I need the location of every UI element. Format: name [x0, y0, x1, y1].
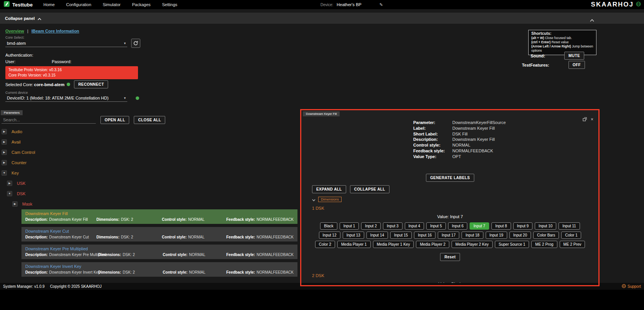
- core-select-dropdown[interactable]: bmd-atem ▾: [5, 39, 127, 47]
- option-button[interactable]: Input 17: [438, 232, 459, 239]
- tree-toggle-icon[interactable]: ▶: [2, 129, 7, 134]
- parameter-card[interactable]: Downstream Keyer Cut Description:Downstr…: [21, 227, 297, 241]
- option-button[interactable]: Input 13: [343, 232, 364, 239]
- close-all-button[interactable]: CLOSE ALL: [134, 116, 165, 124]
- tree-item-label[interactable]: Counter: [12, 160, 26, 165]
- detail-field-value: Downstream Keyer Fill: [452, 137, 506, 142]
- tree-item[interactable]: ▶ Mask: [0, 199, 298, 209]
- option-button[interactable]: Input 19: [486, 232, 507, 239]
- tree-toggle-icon[interactable]: ▶: [2, 160, 7, 165]
- option-button[interactable]: Input 14: [366, 232, 388, 239]
- option-button[interactable]: Input 11: [559, 222, 580, 230]
- option-button[interactable]: Super Source 1: [495, 241, 529, 248]
- tree-item[interactable]: ▼ Key: [0, 168, 298, 178]
- parameters-panel-tab[interactable]: Parameters: [1, 110, 23, 115]
- collapse-chevron-up-icon[interactable]: [590, 16, 594, 23]
- user-label: User:: [5, 59, 15, 64]
- option-button[interactable]: Input 12: [319, 232, 340, 239]
- tree-item[interactable]: ▶ Cam Control: [0, 147, 298, 157]
- menu-item-configuration[interactable]: Configuration: [66, 2, 91, 7]
- core-information-link[interactable]: IBeam Core Information: [31, 29, 79, 33]
- reset-button[interactable]: Reset: [440, 253, 460, 261]
- option-button[interactable]: Input 16: [414, 232, 435, 239]
- tree-item-label[interactable]: Key: [12, 171, 19, 175]
- tree-item[interactable]: ▼ DSK: [0, 188, 298, 199]
- testfeatures-off-button[interactable]: OFF: [568, 61, 585, 69]
- mute-button[interactable]: MUTE: [564, 52, 584, 60]
- option-button[interactable]: Input 20: [509, 232, 531, 239]
- generate-labels-button[interactable]: GENERATE LABELS: [426, 174, 474, 182]
- tree-toggle-icon[interactable]: ▶: [12, 201, 18, 207]
- option-button[interactable]: Media Player 2 Key: [452, 241, 493, 248]
- globe-icon[interactable]: [636, 1, 641, 8]
- tree-item-label[interactable]: DSK: [17, 191, 26, 196]
- chevron-down-icon: ▾: [124, 41, 126, 45]
- option-button[interactable]: ME 2 Prog: [531, 241, 557, 248]
- option-button[interactable]: Input 4: [405, 222, 424, 230]
- reconnect-button[interactable]: RECONNECT: [74, 80, 108, 88]
- device-id-dropdown[interactable]: DeviceID: 1 (Model: 18: ATEM 2M/E Conste…: [5, 94, 127, 102]
- open-all-button[interactable]: OPEN ALL: [100, 116, 129, 124]
- tree-item[interactable]: ▶ Counter: [0, 157, 298, 168]
- tree-toggle-icon[interactable]: ▶: [7, 181, 12, 186]
- option-button[interactable]: Input 7: [470, 222, 489, 230]
- option-button[interactable]: Color Bars: [533, 232, 559, 239]
- menu-item-packages[interactable]: Packages: [132, 2, 150, 7]
- option-button[interactable]: ME 2 Prev: [560, 241, 585, 248]
- menu-item-home[interactable]: Home: [43, 2, 54, 7]
- overview-link[interactable]: Overview: [5, 29, 24, 33]
- support-link[interactable]: Support: [622, 284, 641, 289]
- chevron-up-icon[interactable]: [38, 15, 41, 22]
- tree-item-label[interactable]: USK: [17, 181, 26, 186]
- parameter-card[interactable]: Downstream Keyer Invert Key Description:…: [21, 262, 297, 277]
- option-button[interactable]: Input 18: [462, 232, 483, 239]
- tree-rows: ▶ Audio ▶ Avail ▶ Cam Control ▶ Counter …: [0, 126, 298, 209]
- option-button[interactable]: Input 10: [535, 222, 556, 230]
- refresh-core-button[interactable]: [131, 39, 140, 48]
- parameter-card[interactable]: Downstream Keyer Pre Multiplied Descript…: [21, 245, 297, 259]
- tree-item[interactable]: ▶ Avail: [0, 137, 298, 147]
- menu-item-settings[interactable]: Settings: [162, 2, 177, 7]
- tree-toggle-icon[interactable]: ▼: [7, 191, 12, 196]
- option-button[interactable]: Input 9: [513, 222, 533, 230]
- tree-toggle-icon[interactable]: ▶: [2, 150, 7, 155]
- dimensions-chip[interactable]: Dimensions: [318, 197, 342, 202]
- tree-item[interactable]: ▶ USK: [0, 178, 298, 188]
- option-button[interactable]: Media Player 2: [416, 241, 449, 248]
- parameter-card[interactable]: Downstream Keyer Fill Description:Downst…: [21, 209, 297, 224]
- close-icon[interactable]: ×: [591, 117, 593, 121]
- parameter-card-title: Downstream Keyer Fill: [25, 211, 294, 216]
- testfeatures-label: TestFeatures:: [522, 63, 549, 67]
- option-button[interactable]: Input 1: [340, 222, 359, 230]
- tree-item-label[interactable]: Audio: [12, 129, 22, 134]
- option-button[interactable]: Input 8: [491, 222, 511, 230]
- popout-icon[interactable]: [583, 117, 587, 121]
- option-button[interactable]: Input 3: [383, 222, 402, 230]
- option-button[interactable]: Input 6: [448, 222, 468, 230]
- tree-item-label[interactable]: Mask: [22, 202, 32, 206]
- collapse-all-button[interactable]: COLLAPSE ALL: [350, 185, 389, 193]
- search-input[interactable]: [2, 116, 96, 124]
- option-button[interactable]: Color 2: [315, 241, 335, 248]
- detail-panel-tab[interactable]: Downstream Keyer Fill: [303, 111, 340, 116]
- parameter-card-details: Description:Downstream Keyer Pre Multipl…: [25, 253, 294, 257]
- option-button[interactable]: Input 15: [390, 232, 412, 239]
- tree-toggle-icon[interactable]: ▶: [2, 139, 7, 145]
- tree-item[interactable]: ▶ Audio: [0, 126, 298, 137]
- option-button[interactable]: Input 5: [426, 222, 446, 230]
- option-button[interactable]: Input 2: [361, 222, 381, 230]
- expand-all-button[interactable]: EXPAND ALL: [312, 185, 346, 193]
- option-button[interactable]: Media Player 1 Key: [373, 241, 414, 248]
- tree-item-label[interactable]: Avail: [12, 140, 21, 144]
- parameters-panel: Parameters OPEN ALL CLOSE ALL ▶ Audio ▶ …: [0, 110, 298, 282]
- option-button[interactable]: Black: [320, 222, 337, 230]
- tree-toggle-icon[interactable]: ▼: [2, 170, 7, 176]
- option-button[interactable]: Color 1: [561, 232, 581, 239]
- sound-label: Sound:: [531, 54, 545, 58]
- testtube-logo-icon: [4, 1, 10, 8]
- menu-item-simulator[interactable]: Simulator: [103, 2, 120, 7]
- tree-item-label[interactable]: Cam Control: [12, 150, 35, 155]
- edit-device-icon[interactable]: ✎: [380, 2, 383, 7]
- collapse-panel-bar[interactable]: Collapse panel: [0, 13, 644, 24]
- option-button[interactable]: Media Player 1: [337, 241, 371, 248]
